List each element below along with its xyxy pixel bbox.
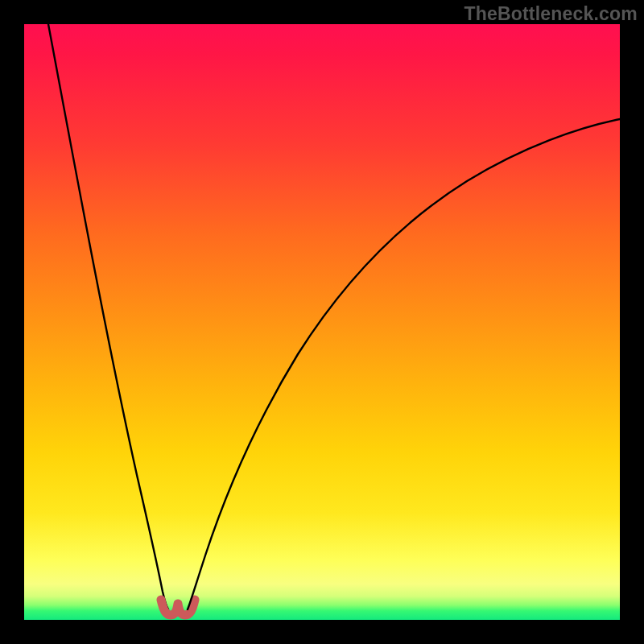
left-branch bbox=[48, 24, 168, 609]
right-branch bbox=[188, 119, 620, 609]
curve-layer bbox=[24, 24, 620, 620]
plot-area bbox=[24, 24, 620, 620]
watermark-text: TheBottleneck.com bbox=[464, 3, 638, 25]
chart-frame: TheBottleneck.com bbox=[0, 0, 644, 644]
